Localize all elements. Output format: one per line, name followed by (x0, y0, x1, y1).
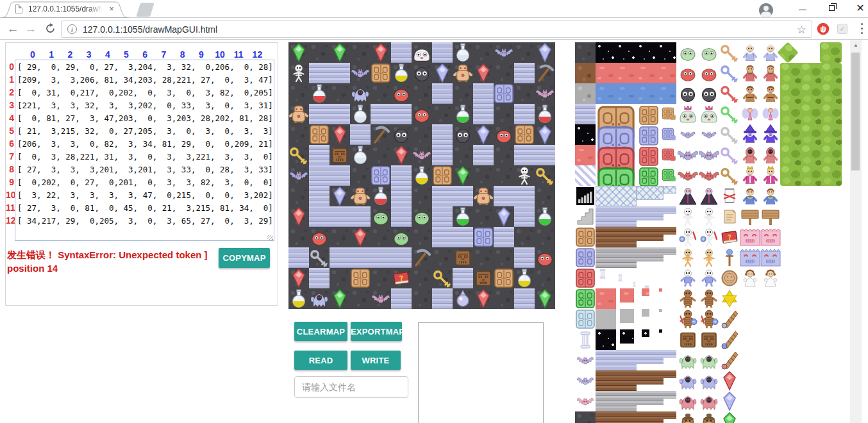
map-cell-red-gem[interactable] (371, 42, 391, 63)
map-cell-brick-wall[interactable] (432, 83, 453, 104)
map-cell-purple-door[interactable] (473, 227, 494, 247)
tileset-item[interactable] (575, 227, 596, 247)
map-cell-brick-wall[interactable] (309, 165, 330, 186)
map-cell-purple-door[interactable] (494, 83, 514, 104)
map-cell-red-gem[interactable] (473, 288, 494, 309)
map-cell-golem[interactable] (350, 186, 371, 206)
tileset-square-night[interactable] (620, 329, 634, 344)
tileset-texture-gray[interactable] (575, 83, 596, 104)
map-cell-brick-wall[interactable] (432, 145, 453, 165)
map-cell-silver-key[interactable] (309, 247, 330, 268)
map-cell-red-potion[interactable] (371, 186, 391, 206)
tileset-texture-red[interactable] (575, 145, 596, 165)
map-cell-dark-floor[interactable] (412, 186, 432, 206)
map-cell-brick-wall[interactable] (473, 145, 494, 165)
tileset-sprite[interactable] (699, 42, 719, 63)
map-cell-brick-wall[interactable] (371, 104, 391, 124)
map-cell-dark-floor[interactable] (432, 104, 453, 124)
map-cell-dark-floor[interactable] (453, 83, 473, 104)
map-cell-tan-door[interactable] (432, 165, 453, 186)
tileset-sprite[interactable] (678, 350, 698, 370)
map-cell-dark-floor[interactable] (288, 124, 309, 145)
map-cell-dark-floor[interactable] (412, 227, 432, 247)
map-cell-yellow-potion[interactable] (288, 288, 309, 309)
tileset-door[interactable] (638, 146, 659, 164)
map-cell-brick-wall[interactable] (453, 268, 473, 288)
map-cell-dark-floor[interactable] (371, 145, 391, 165)
tileset-wall-lav[interactable] (637, 350, 664, 364)
tileset-wallface[interactable] (760, 227, 781, 247)
tileset-sprite[interactable] (699, 145, 719, 165)
map-cell-white-potion[interactable] (350, 145, 371, 165)
map-cell-brick-wall[interactable] (514, 247, 535, 268)
tileset-item[interactable] (719, 391, 740, 411)
map-cell-dark-floor[interactable] (412, 288, 432, 309)
tileset-character[interactable] (760, 83, 781, 104)
map-cell-brick-wall[interactable] (473, 104, 494, 124)
map-cell-dark-floor[interactable] (288, 227, 309, 247)
tileset-character[interactable] (740, 186, 760, 206)
map-cell-brick-wall[interactable] (309, 104, 330, 124)
map-cell-dark-floor[interactable] (473, 206, 494, 227)
tileset-door[interactable] (596, 104, 636, 124)
map-cell-pink-bat[interactable] (412, 145, 432, 165)
tab-close-icon[interactable]: × (106, 4, 117, 14)
tileset-sprite[interactable] (678, 186, 698, 206)
map-cell-red-slime[interactable] (412, 104, 432, 124)
map-cell-skeleton[interactable] (288, 63, 309, 83)
map-cell-tan-door[interactable] (514, 124, 535, 145)
tileset-item[interactable] (719, 145, 740, 165)
tileset-bush[interactable] (820, 42, 842, 63)
tileset-wall-brown[interactable] (664, 227, 676, 235)
tileset-item[interactable] (719, 186, 740, 206)
tileset-square-red[interactable] (642, 288, 649, 296)
tileset-character[interactable] (760, 186, 781, 206)
map-cell-purple-gem[interactable] (535, 124, 555, 145)
map-cell-brick-wall[interactable] (391, 288, 412, 309)
window-minimize-button[interactable] (793, 0, 812, 17)
tileset-texture-hatch[interactable] (575, 165, 596, 186)
map-cell-brick-wall[interactable] (535, 145, 555, 165)
map-cell-purple-gem[interactable] (330, 186, 350, 206)
tileset-square-red[interactable] (620, 288, 634, 303)
map-cell-white-potion[interactable] (350, 104, 371, 124)
tileset-character[interactable] (740, 104, 760, 124)
map-cell-green-slime[interactable] (371, 206, 391, 227)
tileset-door[interactable] (671, 111, 676, 117)
map-cell-tan-door[interactable] (371, 63, 391, 83)
tileset-sprite[interactable] (699, 391, 719, 411)
tileset-wallface[interactable] (760, 247, 781, 268)
tileset-door[interactable] (638, 105, 659, 123)
tileset-sprite[interactable] (699, 124, 719, 145)
map-cell-red-gem[interactable] (288, 268, 309, 288)
map-cell-green-potion[interactable] (453, 206, 473, 227)
map-cell-brick-wall[interactable] (453, 186, 473, 206)
map-cell-dark-floor[interactable] (412, 83, 432, 104)
tileset-sprite[interactable] (678, 42, 698, 63)
map-cell-dark-floor[interactable] (494, 145, 514, 165)
tileset-texture-dark[interactable] (575, 411, 596, 423)
tileset-item[interactable] (719, 370, 740, 391)
tileset-square-gray[interactable] (659, 309, 662, 312)
map-cell-brick-wall[interactable] (350, 247, 371, 268)
tileset-texture-dark[interactable] (575, 42, 596, 63)
tileset-item[interactable] (719, 411, 740, 423)
map-cell-dark-floor[interactable] (350, 165, 371, 186)
tileset-pillar[interactable] (631, 278, 637, 288)
tileset-item[interactable] (719, 288, 740, 309)
map-cell-brick-wall[interactable] (432, 42, 453, 63)
map-cell-brick-wall[interactable] (309, 63, 330, 83)
exportmap-button[interactable]: EXPORTMAP (351, 322, 402, 341)
map-cell-black-eyeball[interactable] (391, 124, 412, 145)
tileset-sprite[interactable] (699, 165, 719, 186)
tileset-sign[interactable] (740, 206, 760, 227)
map-cell-yellow-potion[interactable] (391, 63, 412, 83)
map-cell-brick-wall[interactable] (494, 186, 514, 206)
map-cell-purple-bat[interactable] (350, 63, 371, 83)
tileset-texture-night[interactable] (575, 124, 596, 145)
tileset-strip-night[interactable] (596, 42, 676, 63)
map-cell-brick-wall[interactable] (514, 104, 535, 124)
map-cell-black-eyeball[interactable] (412, 63, 432, 83)
tileset-sprite[interactable] (699, 329, 719, 350)
tileset-character[interactable] (740, 145, 760, 165)
